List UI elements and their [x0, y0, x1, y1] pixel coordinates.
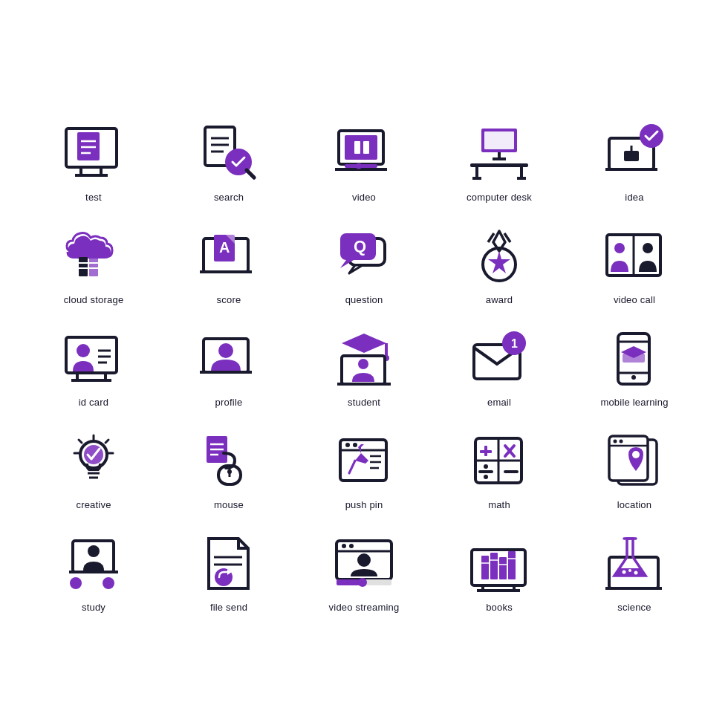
- svg-rect-154: [508, 551, 516, 579]
- svg-point-73: [218, 343, 233, 358]
- question-icon: Q: [331, 221, 397, 288]
- file-send-label: file send: [210, 602, 247, 613]
- svg-point-132: [88, 545, 100, 557]
- svg-rect-18: [345, 135, 377, 160]
- svg-rect-117: [480, 450, 492, 453]
- score-label: score: [217, 294, 241, 305]
- mobile-learning-label: mobile learning: [600, 397, 668, 408]
- idea-icon: [601, 119, 668, 186]
- creative-label: creative: [76, 499, 111, 510]
- icon-item-email: 1 email: [435, 316, 563, 412]
- svg-text:1: 1: [511, 337, 518, 350]
- science-icon: [601, 529, 668, 596]
- svg-point-67: [77, 344, 90, 357]
- svg-point-142: [349, 544, 354, 548]
- icon-item-push-pin: push pin: [300, 419, 428, 514]
- svg-marker-50: [349, 265, 363, 273]
- search-label: search: [214, 192, 244, 203]
- cloud-storage-label: cloud storage: [64, 294, 124, 305]
- svg-rect-152: [490, 553, 498, 579]
- push-pin-label: push pin: [345, 499, 383, 510]
- svg-rect-151: [481, 556, 489, 579]
- svg-point-108: [353, 443, 357, 447]
- icon-item-location: location: [571, 419, 698, 514]
- mouse-icon: [195, 426, 262, 493]
- computer-desk-icon: [466, 119, 533, 186]
- email-label: email: [487, 397, 511, 408]
- svg-marker-74: [342, 334, 386, 353]
- svg-line-92: [79, 440, 82, 443]
- search-icon: [195, 119, 262, 186]
- cloud-storage-icon: [60, 221, 127, 288]
- svg-point-79: [358, 359, 368, 369]
- math-label: math: [488, 499, 510, 510]
- location-label: location: [617, 499, 651, 510]
- icon-item-score: A score: [165, 214, 293, 309]
- svg-point-22: [356, 163, 362, 169]
- icon-item-video: video: [300, 111, 428, 207]
- svg-point-141: [342, 544, 346, 548]
- profile-icon: [195, 324, 262, 391]
- creative-icon: [60, 426, 127, 493]
- svg-line-15: [247, 170, 254, 178]
- icon-item-computer-desk: computer desk: [435, 111, 563, 207]
- books-label: books: [486, 602, 513, 613]
- id-card-label: id card: [79, 397, 108, 408]
- svg-point-164: [634, 571, 637, 574]
- svg-point-143: [357, 553, 371, 567]
- computer-desk-label: computer desk: [467, 192, 532, 203]
- icon-item-study: study: [30, 521, 157, 617]
- svg-point-104: [227, 469, 232, 474]
- svg-point-133: [70, 577, 82, 589]
- test-label: test: [85, 192, 102, 203]
- icon-grid: test search: [0, 89, 728, 639]
- svg-text:Q: Q: [354, 237, 366, 256]
- svg-point-146: [358, 578, 367, 587]
- id-card-icon: [60, 324, 127, 391]
- icon-item-test: test: [30, 111, 157, 207]
- svg-rect-39: [89, 257, 98, 276]
- svg-rect-38: [79, 257, 88, 276]
- svg-point-127: [613, 439, 617, 443]
- icon-item-books: books: [435, 521, 563, 617]
- svg-rect-20: [363, 141, 369, 154]
- video-call-icon: [601, 221, 668, 288]
- mouse-label: mouse: [214, 499, 244, 510]
- svg-rect-24: [484, 131, 514, 149]
- test-icon: [60, 119, 127, 186]
- math-icon: [466, 426, 533, 493]
- video-label: video: [352, 192, 376, 203]
- study-label: study: [82, 602, 105, 613]
- icon-item-creative: creative: [30, 419, 157, 514]
- science-label: science: [617, 602, 651, 613]
- mobile-learning-icon: [601, 324, 668, 391]
- svg-point-163: [628, 569, 631, 572]
- profile-label: profile: [215, 397, 243, 408]
- video-streaming-label: video streaming: [329, 602, 400, 613]
- svg-point-122: [484, 475, 488, 479]
- question-label: question: [345, 294, 383, 305]
- video-call-label: video call: [614, 294, 655, 305]
- study-icon: [60, 529, 127, 596]
- svg-rect-19: [354, 141, 360, 154]
- svg-point-61: [614, 243, 625, 253]
- email-icon: 1: [466, 324, 533, 391]
- svg-rect-153: [499, 557, 507, 579]
- svg-point-129: [632, 451, 640, 458]
- icon-item-student: student: [300, 316, 428, 412]
- idea-label: idea: [625, 192, 643, 203]
- icon-item-search: search: [165, 111, 293, 207]
- student-icon: [331, 324, 397, 391]
- icon-item-science: science: [571, 521, 698, 617]
- award-label: award: [486, 294, 513, 305]
- icon-item-cloud-storage: cloud storage: [30, 214, 157, 309]
- award-icon: [466, 221, 533, 288]
- icon-item-idea: idea: [571, 111, 698, 207]
- books-icon: [466, 529, 533, 596]
- score-icon: A: [195, 221, 262, 288]
- icon-item-question: Q question: [300, 214, 428, 309]
- icon-item-profile: profile: [165, 316, 293, 412]
- icon-item-award: award: [435, 214, 563, 309]
- student-label: student: [348, 397, 380, 408]
- icon-item-video-call: video call: [571, 214, 698, 309]
